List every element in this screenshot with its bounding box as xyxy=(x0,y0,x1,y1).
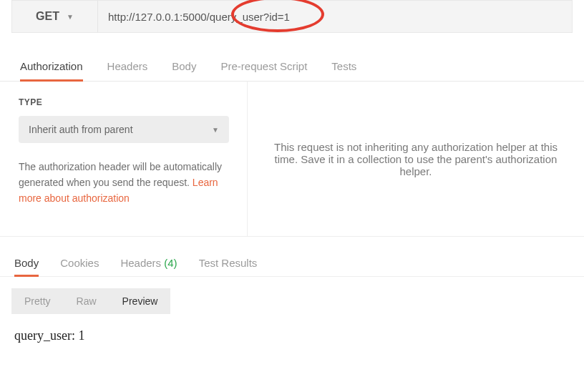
response-body: query_user: 1 xyxy=(0,314,584,358)
chevron-down-icon: ▼ xyxy=(212,126,219,134)
resp-tab-headers-label: Headers xyxy=(120,257,161,269)
tab-body[interactable]: Body xyxy=(172,53,196,81)
resp-tab-cookies[interactable]: Cookies xyxy=(60,251,99,276)
http-method-label: GET xyxy=(36,10,59,23)
tab-headers[interactable]: Headers xyxy=(107,53,148,81)
auth-help-text-body: The authorization header will be automat… xyxy=(19,161,222,188)
response-tabs: Body Cookies Headers (4) Test Results xyxy=(0,251,584,277)
auth-type-select[interactable]: Inherit auth from parent ▼ xyxy=(19,116,229,143)
view-raw[interactable]: Raw xyxy=(64,288,110,314)
chevron-down-icon: ▼ xyxy=(67,13,74,21)
url-input[interactable] xyxy=(98,1,572,32)
view-preview[interactable]: Preview xyxy=(110,288,171,314)
tab-tests[interactable]: Tests xyxy=(331,53,356,81)
auth-right-message-text: This request is not inheriting any autho… xyxy=(269,141,563,177)
auth-type-label: TYPE xyxy=(19,97,228,107)
resp-tab-headers[interactable]: Headers (4) xyxy=(120,251,177,276)
resp-tab-test-results[interactable]: Test Results xyxy=(199,251,258,276)
tab-pre-request-script[interactable]: Pre-request Script xyxy=(220,53,307,81)
auth-right-message: This request is not inheriting any autho… xyxy=(248,82,584,236)
view-pretty[interactable]: Pretty xyxy=(11,288,64,314)
http-method-select[interactable]: GET ▼ xyxy=(12,1,98,32)
response-view-modes: Pretty Raw Preview xyxy=(11,288,573,314)
tab-authorization[interactable]: Authorization xyxy=(20,53,83,82)
request-tabs: Authorization Headers Body Pre-request S… xyxy=(0,53,584,82)
headers-count: (4) xyxy=(164,257,177,269)
auth-help-text: The authorization header will be automat… xyxy=(19,159,233,206)
auth-type-value: Inherit auth from parent xyxy=(29,124,133,135)
resp-tab-body[interactable]: Body xyxy=(14,251,39,277)
